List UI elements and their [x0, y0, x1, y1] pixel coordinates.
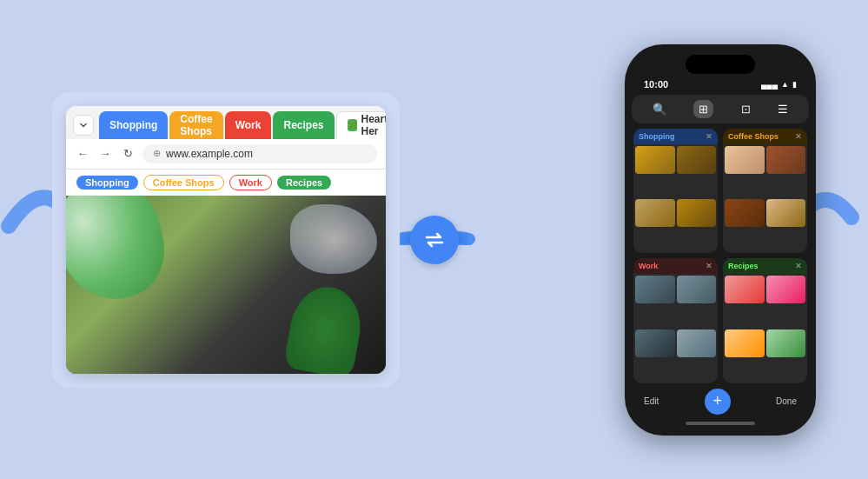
card-recipes-thumbnails: [723, 274, 807, 383]
phone-card-shopping[interactable]: Shopping ✕: [633, 129, 718, 254]
thumb-work-3: [635, 329, 675, 357]
tab-work-label: Work: [235, 119, 262, 131]
card-coffee-close[interactable]: ✕: [795, 132, 802, 141]
thumb-recipe-2: [766, 276, 806, 303]
card-work-label: Work: [639, 262, 658, 270]
chip-shopping[interactable]: Shopping: [76, 176, 138, 190]
tab-hearty-favicon: [348, 119, 357, 131]
water-splash-decoration: [290, 204, 377, 274]
phone-search-icon[interactable]: 🔍: [653, 103, 666, 116]
phone-time: 10:00: [644, 79, 668, 90]
thumb-recipe-4: [766, 329, 806, 357]
card-shopping-label: Shopping: [639, 132, 675, 141]
tab-groups-icon: ⊕: [153, 148, 161, 159]
tab-work[interactable]: Work: [225, 111, 272, 139]
thumb-coffee-2: [766, 146, 806, 174]
thumb-work-4: [677, 329, 717, 357]
url-text: www.example.com: [166, 148, 253, 160]
card-work-thumbnails: [633, 274, 718, 383]
chip-coffee[interactable]: Coffee Shops: [143, 175, 224, 190]
phone-grid-icon[interactable]: ⊡: [741, 103, 751, 116]
url-bar[interactable]: ⊕ www.example.com: [142, 144, 377, 163]
tab-dropdown-button[interactable]: [73, 115, 94, 136]
browser-window: Shopping Coffee Shops Work Recipes Heart…: [66, 106, 386, 374]
chip-work[interactable]: Work: [229, 175, 272, 190]
wifi-icon: ▲: [781, 80, 789, 89]
phone-bottom-bar: Edit + Done: [632, 383, 809, 416]
phone-home-indicator: [686, 422, 755, 425]
phone-tab-grid: Shopping ✕ Coffee Shops ✕: [632, 129, 809, 383]
tablet-wrapper: Shopping Coffee Shops Work Recipes Heart…: [52, 92, 400, 388]
chip-recipes[interactable]: Recipes: [277, 176, 331, 190]
tab-shopping[interactable]: Shopping: [99, 111, 168, 139]
phone-card-coffee[interactable]: Coffee Shops ✕: [723, 129, 807, 254]
thumb-recipe-1: [725, 276, 765, 303]
thumb-shop-4: [677, 199, 717, 227]
tab-recipes-label: Recipes: [283, 119, 323, 131]
tab-hearty-label: Hearty Her: [361, 113, 387, 137]
chip-coffee-label: Coffee Shops: [153, 177, 215, 188]
herb-decoration: [283, 281, 367, 373]
phone-done-button[interactable]: Done: [776, 396, 797, 406]
chip-work-label: Work: [239, 177, 262, 188]
battery-icon: ▮: [792, 80, 797, 89]
tab-bar: Shopping Coffee Shops Work Recipes Heart…: [66, 106, 386, 139]
card-recipes-label: Recipes: [728, 262, 759, 270]
card-header-recipes: Recipes ✕: [723, 258, 807, 274]
scene: Shopping Coffee Shops Work Recipes Heart…: [0, 0, 868, 479]
tab-coffee-label: Coffee Shops: [180, 113, 212, 137]
signal-icon: ▄▄▄: [761, 80, 778, 89]
card-shopping-thumbnails: [633, 144, 718, 254]
thumb-work-1: [635, 276, 675, 303]
tab-coffee-shops[interactable]: Coffee Shops: [169, 111, 222, 139]
phone-add-tab-button[interactable]: +: [705, 389, 731, 415]
phone-wrapper: 10:00 ▄▄▄ ▲ ▮ 🔍 ⊞ ⊡ ☰ Shopping: [625, 44, 816, 436]
thumb-recipe-3: [725, 329, 765, 357]
tab-shopping-label: Shopping: [109, 119, 157, 131]
card-recipes-close[interactable]: ✕: [795, 262, 802, 270]
card-header-coffee: Coffee Shops ✕: [723, 129, 807, 144]
tab-recipes[interactable]: Recipes: [273, 111, 334, 139]
thumb-coffee-1: [725, 146, 765, 174]
back-button[interactable]: ←: [75, 146, 90, 162]
sync-button[interactable]: [410, 216, 459, 264]
chip-recipes-label: Recipes: [286, 177, 322, 188]
phone-frame: 10:00 ▄▄▄ ▲ ▮ 🔍 ⊞ ⊡ ☰ Shopping: [625, 44, 816, 436]
forward-button[interactable]: →: [97, 146, 113, 162]
thumb-coffee-4: [766, 199, 806, 227]
thumb-coffee-3: [725, 199, 765, 227]
tab-hearty-herb[interactable]: Hearty Her: [336, 111, 387, 139]
card-work-close[interactable]: ✕: [706, 262, 712, 270]
browser-content: [66, 196, 386, 374]
phone-list-icon[interactable]: ☰: [778, 103, 788, 116]
phone-card-work[interactable]: Work ✕: [633, 258, 718, 383]
card-shopping-close[interactable]: ✕: [706, 132, 712, 141]
phone-card-recipes[interactable]: Recipes ✕: [723, 258, 807, 383]
phone-status-bar: 10:00 ▄▄▄ ▲ ▮: [632, 79, 809, 90]
content-image: [66, 196, 386, 374]
chip-shopping-label: Shopping: [85, 177, 129, 188]
sync-arrows-icon: [421, 227, 447, 253]
phone-tab-groups-icon[interactable]: ⊞: [693, 100, 713, 118]
status-icons: ▄▄▄ ▲ ▮: [761, 80, 797, 89]
reload-button[interactable]: ↻: [120, 146, 136, 162]
card-header-work: Work ✕: [633, 258, 718, 274]
phone-edit-button[interactable]: Edit: [644, 396, 659, 406]
card-coffee-label: Coffee Shops: [728, 132, 779, 141]
phone-toolbar: 🔍 ⊞ ⊡ ☰: [632, 95, 809, 123]
card-coffee-thumbnails: [723, 144, 807, 254]
tab-group-row: Shopping Coffee Shops Work Recipes: [66, 170, 386, 196]
lime-decoration: [66, 196, 176, 311]
dynamic-island: [686, 55, 755, 74]
address-bar: ← → ↻ ⊕ www.example.com: [66, 139, 386, 170]
thumb-shop-2: [677, 146, 717, 174]
card-header-shopping: Shopping ✕: [633, 129, 718, 144]
thumb-shop-1: [635, 146, 675, 174]
thumb-shop-3: [635, 199, 675, 227]
tablet-frame: Shopping Coffee Shops Work Recipes Heart…: [52, 92, 400, 388]
thumb-work-2: [677, 276, 717, 303]
